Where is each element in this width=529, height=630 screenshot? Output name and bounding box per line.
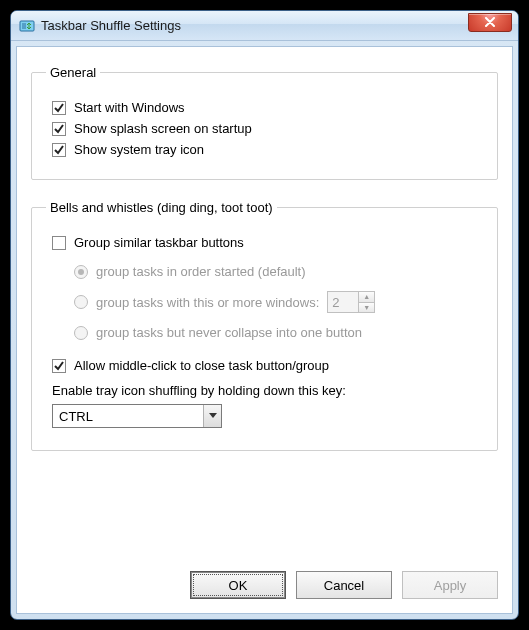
bells-legend: Bells and whistles (ding ding, toot toot…: [46, 200, 277, 215]
threshold-input: [327, 291, 359, 313]
threshold-spinner: ▲ ▼: [327, 291, 375, 313]
spinner-up-icon: ▲: [359, 292, 374, 303]
close-icon: [484, 17, 496, 27]
show-tray-checkbox[interactable]: [52, 143, 66, 157]
start-with-windows-row[interactable]: Start with Windows: [52, 100, 483, 115]
radio-never-collapse-label: group tasks but never collapse into one …: [96, 325, 362, 340]
radio-threshold-label: group tasks with this or more windows:: [96, 295, 319, 310]
group-similar-label: Group similar taskbar buttons: [74, 235, 244, 250]
chevron-down-icon: [209, 413, 217, 419]
radio-order-label: group tasks in order started (default): [96, 264, 306, 279]
button-bar: OK Cancel Apply: [31, 561, 498, 599]
check-icon: [53, 123, 65, 135]
radio-never-collapse: [74, 326, 88, 340]
check-icon: [53, 102, 65, 114]
show-splash-checkbox[interactable]: [52, 122, 66, 136]
tray-key-dropdown[interactable]: CTRL: [52, 404, 222, 428]
radio-order-row: group tasks in order started (default): [74, 264, 483, 279]
settings-window: Taskbar Shuffle Settings General Start w…: [10, 10, 519, 620]
apply-button: Apply: [402, 571, 498, 599]
radio-order: [74, 265, 88, 279]
app-icon: [19, 18, 35, 34]
start-with-windows-label: Start with Windows: [74, 100, 185, 115]
middle-click-label: Allow middle-click to close task button/…: [74, 358, 329, 373]
group-similar-row[interactable]: Group similar taskbar buttons: [52, 235, 483, 250]
ok-button[interactable]: OK: [190, 571, 286, 599]
middle-click-row[interactable]: Allow middle-click to close task button/…: [52, 358, 483, 373]
window-title: Taskbar Shuffle Settings: [41, 18, 468, 33]
spinner-down-icon: ▼: [359, 303, 374, 313]
check-icon: [53, 144, 65, 156]
radio-never-collapse-row: group tasks but never collapse into one …: [74, 325, 483, 340]
show-tray-row[interactable]: Show system tray icon: [52, 142, 483, 157]
show-splash-label: Show splash screen on startup: [74, 121, 252, 136]
check-icon: [53, 360, 65, 372]
tray-key-label: Enable tray icon shuffling by holding do…: [52, 383, 483, 398]
tray-key-value: CTRL: [53, 405, 203, 427]
radio-threshold: [74, 295, 88, 309]
radio-threshold-row: group tasks with this or more windows: ▲…: [74, 291, 483, 313]
start-with-windows-checkbox[interactable]: [52, 101, 66, 115]
bells-group: Bells and whistles (ding ding, toot toot…: [31, 200, 498, 451]
general-legend: General: [46, 65, 100, 80]
middle-click-checkbox[interactable]: [52, 359, 66, 373]
show-splash-row[interactable]: Show splash screen on startup: [52, 121, 483, 136]
show-tray-label: Show system tray icon: [74, 142, 204, 157]
titlebar[interactable]: Taskbar Shuffle Settings: [11, 11, 518, 41]
spinner-buttons: ▲ ▼: [359, 291, 375, 313]
general-group: General Start with Windows Show splash s…: [31, 65, 498, 180]
close-button[interactable]: [468, 13, 512, 32]
dropdown-button[interactable]: [203, 405, 221, 427]
group-similar-checkbox[interactable]: [52, 236, 66, 250]
radio-dot-icon: [78, 269, 84, 275]
client-area: General Start with Windows Show splash s…: [16, 46, 513, 614]
cancel-button[interactable]: Cancel: [296, 571, 392, 599]
